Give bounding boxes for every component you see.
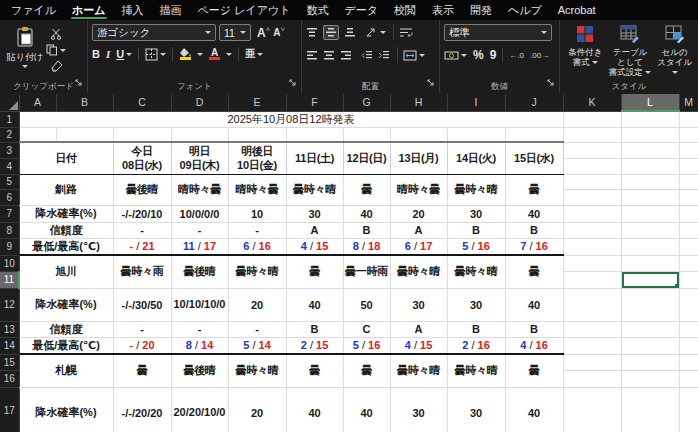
cell-I7-precip[interactable]: 30 (447, 205, 505, 222)
paste-button[interactable]: 貼り付け (4, 24, 46, 82)
cell-C3-date[interactable]: 今日08日(水) (113, 142, 171, 174)
col-header-J[interactable]: J (505, 94, 563, 111)
cell-I15-weather[interactable]: 曇時々晴 (447, 354, 505, 387)
row-header-12[interactable]: 12 (0, 288, 19, 321)
cell-D13-confidence[interactable]: - (171, 321, 228, 337)
cell-E15-weather[interactable]: 曇時々晴 (228, 354, 286, 387)
percent-style-button[interactable]: % (473, 48, 484, 62)
format-painter-button[interactable] (46, 60, 66, 72)
dialog-launcher-icon[interactable] (547, 74, 556, 92)
cell-J5-weather[interactable]: 曇 (505, 174, 563, 205)
menu-tab-ページ レイアウト[interactable]: ページ レイアウト (190, 0, 299, 20)
cell-A2[interactable] (19, 127, 56, 142)
phonetic-guide-button[interactable]: 亜 (245, 47, 263, 61)
cell-E13-confidence[interactable]: - (228, 321, 286, 337)
cell-J9-temps[interactable]: 7 / 16 (505, 238, 563, 255)
cell-L12[interactable] (621, 288, 679, 321)
cell-L3[interactable] (621, 142, 679, 158)
cell-F15-weather[interactable]: 曇 (286, 354, 343, 387)
cell-D3-date[interactable]: 明日09日(木) (171, 142, 228, 174)
row-header-17[interactable]: 17 (0, 387, 19, 432)
align-left-button[interactable] (306, 50, 318, 61)
cell-E2[interactable] (228, 127, 286, 142)
cell-H13-confidence[interactable]: A (390, 321, 447, 337)
col-header-H[interactable]: H (390, 94, 447, 111)
cell-K4[interactable] (563, 158, 621, 174)
cell-D15-weather[interactable]: 曇後晴 (171, 354, 228, 387)
cell-M11[interactable] (679, 271, 698, 288)
col-header-K[interactable]: K (563, 94, 621, 111)
cell-A13-confidence-label[interactable]: 信頼度 (19, 321, 113, 337)
cell-K3[interactable] (563, 142, 621, 158)
cell-G7-precip[interactable]: 40 (343, 205, 390, 222)
col-header-C[interactable]: C (113, 94, 171, 111)
menu-tab-開発[interactable]: 開発 (462, 0, 500, 20)
bold-button[interactable]: B (92, 48, 100, 60)
cell-M16[interactable] (679, 370, 698, 387)
cell-L14[interactable] (621, 337, 679, 354)
cell-E8-confidence[interactable]: - (228, 222, 286, 238)
copy-button[interactable] (46, 44, 66, 56)
cell-K11[interactable] (563, 271, 621, 288)
cell-A5-city[interactable]: 釧路 (19, 174, 113, 205)
col-header-D[interactable]: D (171, 94, 228, 111)
col-header-G[interactable]: G (343, 94, 390, 111)
cell-L17[interactable] (621, 387, 679, 432)
cell-M2[interactable] (679, 127, 698, 142)
cell-I17-precip[interactable]: 30 (447, 387, 505, 432)
font-name-select[interactable]: 游ゴシック (92, 24, 216, 41)
cell-H14-temps[interactable]: 4 / 15 (390, 337, 447, 354)
align-right-button[interactable] (340, 50, 352, 61)
orientation-button[interactable] (365, 27, 386, 38)
row-header-14[interactable]: 14 (0, 337, 19, 354)
cell-J7-precip[interactable]: 40 (505, 205, 563, 222)
cell-I14-temps[interactable]: 2 / 16 (447, 337, 505, 354)
cell-C12-precip[interactable]: -/-/30/50 (113, 288, 171, 321)
cell-I10-weather[interactable]: 曇時々晴 (447, 255, 505, 288)
cell-L16[interactable] (621, 370, 679, 387)
conditional-formatting-button[interactable]: 条件付き書式 (564, 25, 607, 82)
cell-C8-confidence[interactable]: - (113, 222, 171, 238)
align-bottom-button[interactable] (344, 27, 356, 38)
col-header-E[interactable]: E (228, 94, 286, 111)
cell-K5[interactable] (563, 174, 621, 189)
increase-decimal-button[interactable]: ←.0 (509, 51, 524, 60)
cell-K16[interactable] (563, 370, 621, 387)
row-header-13[interactable]: 13 (0, 321, 19, 337)
cell-D5-weather[interactable]: 晴時々曇 (171, 174, 228, 205)
cell-L5[interactable] (621, 174, 679, 189)
cell-E7-precip[interactable]: 10 (228, 205, 286, 222)
menu-tab-挿入[interactable]: 挿入 (114, 0, 152, 20)
cell-styles-button[interactable]: セルのスタイル (653, 25, 696, 82)
menu-tab-データ[interactable]: データ (336, 0, 386, 20)
cell-H17-precip[interactable]: 30 (390, 387, 447, 432)
cell-K13[interactable] (563, 321, 621, 337)
cell-J10-weather[interactable]: 曇 (505, 255, 563, 288)
cell-G10-weather[interactable]: 曇一時雨 (343, 255, 390, 288)
menu-tab-描画[interactable]: 描画 (152, 0, 190, 20)
italic-button[interactable]: I (106, 48, 110, 60)
cell-M14[interactable] (679, 337, 698, 354)
increase-indent-button[interactable] (378, 50, 390, 61)
cell-C14-temps[interactable]: - / 20 (113, 337, 171, 354)
cell-G9-temps[interactable]: 8 / 18 (343, 238, 390, 255)
cell-D10-weather[interactable]: 曇後晴 (171, 255, 228, 288)
dialog-launcher-icon[interactable] (289, 74, 298, 92)
cell-G14-temps[interactable]: 5 / 16 (343, 337, 390, 354)
cell-L7[interactable] (621, 205, 679, 222)
row-header-7[interactable]: 7 (0, 205, 19, 222)
cell-E5-weather[interactable]: 晴時々曇 (228, 174, 286, 205)
cut-button[interactable] (46, 28, 66, 40)
cell-F12-precip[interactable]: 40 (286, 288, 343, 321)
cell-F13-confidence[interactable]: B (286, 321, 343, 337)
cell-H7-precip[interactable]: 20 (390, 205, 447, 222)
cell-L10[interactable] (621, 255, 679, 271)
cell-D8-confidence[interactable]: - (171, 222, 228, 238)
cell-D12-precip[interactable]: 10/10/10/0 (171, 288, 228, 321)
cell-G8-confidence[interactable]: B (343, 222, 390, 238)
cell-I13-confidence[interactable]: B (447, 321, 505, 337)
cell-M5[interactable] (679, 174, 698, 189)
cell-E10-weather[interactable]: 曇時々晴 (228, 255, 286, 288)
cell-E12-precip[interactable]: 20 (228, 288, 286, 321)
col-header-F[interactable]: F (286, 94, 343, 111)
